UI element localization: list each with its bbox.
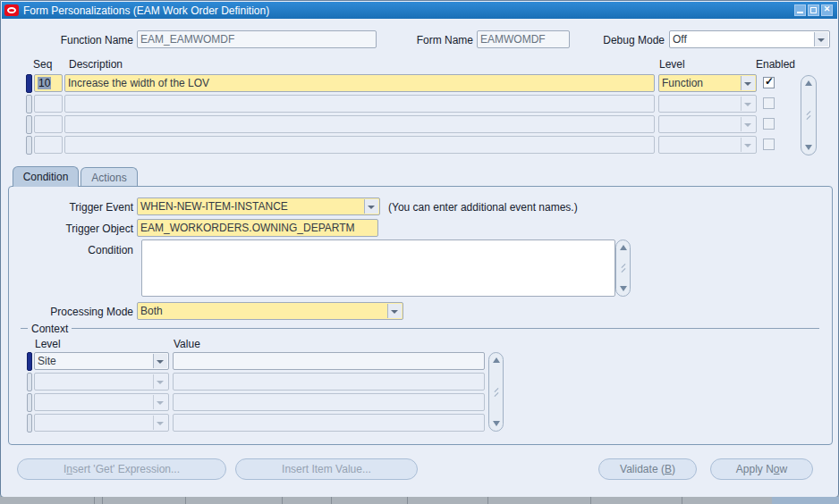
trigger-object-field[interactable]: EAM_WORKORDERS.OWNING_DEPARTM <box>137 219 378 237</box>
trigger-object-label: Trigger Object <box>37 223 133 235</box>
record-selector <box>26 136 32 155</box>
record-selector[interactable] <box>27 352 32 371</box>
record-selector <box>26 115 32 134</box>
scroll-thumb[interactable] <box>805 111 812 120</box>
record-selector <box>26 95 32 113</box>
enabled-checkbox <box>763 118 775 130</box>
context-value-field <box>173 393 485 411</box>
scroll-up-icon[interactable] <box>620 245 627 250</box>
scroll-down-icon[interactable] <box>805 145 812 150</box>
trigger-event-note: (You can enter additional event names.) <box>388 201 578 214</box>
level-column-header: Level <box>659 58 685 71</box>
chevron-down-icon <box>741 117 755 131</box>
window-title: Form Personalizations (EAM Work Order De… <box>23 4 269 17</box>
seq-field <box>34 136 63 154</box>
trigger-event-select[interactable]: WHEN-NEW-ITEM-INSTANCE <box>137 197 380 215</box>
maximize-icon[interactable] <box>808 4 819 16</box>
chevron-down-icon <box>153 416 167 430</box>
scroll-down-icon[interactable] <box>620 286 627 291</box>
debug-mode-select[interactable]: Off <box>669 30 830 48</box>
oracle-logo-icon <box>4 4 19 16</box>
context-level-select <box>34 373 169 391</box>
chevron-down-icon <box>153 374 167 389</box>
minimize-icon[interactable] <box>794 4 806 16</box>
context-frame <box>21 328 819 329</box>
level-select <box>658 136 757 154</box>
chevron-down-icon[interactable] <box>387 304 402 318</box>
chevron-down-icon <box>741 138 755 152</box>
scroll-up-icon[interactable] <box>805 80 812 86</box>
tab-condition[interactable]: Condition <box>13 166 79 187</box>
context-value-field[interactable] <box>173 352 485 370</box>
validate-button[interactable]: Validate (B) <box>598 458 697 480</box>
description-field <box>64 95 655 113</box>
description-field <box>64 115 655 133</box>
level-select <box>658 95 757 113</box>
rules-scrollbar[interactable] <box>801 75 817 155</box>
record-selector <box>27 414 32 433</box>
context-value-field <box>173 373 485 391</box>
context-value-field <box>173 414 485 432</box>
processing-mode-label: Processing Mode <box>17 306 133 318</box>
form-name-field[interactable]: EAMWOMDF <box>477 30 570 48</box>
chevron-down-icon[interactable] <box>153 354 167 368</box>
chevron-down-icon[interactable] <box>814 32 828 46</box>
trigger-event-label: Trigger Event <box>37 201 133 214</box>
scroll-down-icon[interactable] <box>493 421 500 426</box>
apply-now-button[interactable]: Apply Now <box>710 458 813 480</box>
seq-field <box>34 95 63 113</box>
context-frame-label: Context <box>28 323 72 335</box>
enabled-column-header: Enabled <box>756 58 795 71</box>
enabled-checkbox[interactable] <box>763 77 775 88</box>
record-selector <box>27 393 32 412</box>
condition-scrollbar[interactable] <box>615 239 631 297</box>
seq-column-header: Seq <box>33 58 52 71</box>
description-field <box>64 136 655 154</box>
close-icon[interactable] <box>821 4 833 16</box>
level-select[interactable]: Function <box>658 74 757 92</box>
chevron-down-icon[interactable] <box>741 76 755 90</box>
context-level-select <box>34 414 169 432</box>
scroll-thumb[interactable] <box>620 264 627 273</box>
chevron-down-icon <box>153 395 167 409</box>
context-value-header: Value <box>174 338 200 350</box>
seq-field <box>34 115 63 133</box>
scroll-thumb[interactable] <box>493 388 500 397</box>
chevron-down-icon[interactable] <box>364 199 378 214</box>
tab-actions[interactable]: Actions <box>81 167 138 187</box>
chevron-down-icon <box>741 97 755 111</box>
debug-mode-label: Debug Mode <box>595 34 665 46</box>
enabled-checkbox <box>763 139 775 150</box>
enabled-checkbox <box>763 97 775 109</box>
processing-mode-select[interactable]: Both <box>137 302 403 320</box>
function-name-field[interactable]: EAM_EAMWOMDF <box>137 30 377 48</box>
seq-field[interactable]: 10 <box>34 74 63 92</box>
context-level-select <box>34 393 169 411</box>
scroll-up-icon[interactable] <box>493 357 500 363</box>
condition-label: Condition <box>37 244 133 256</box>
condition-textarea[interactable] <box>141 239 615 297</box>
title-bar: Form Personalizations (EAM Work Order De… <box>2 2 837 19</box>
context-level-select[interactable]: Site <box>34 352 169 370</box>
background-window-edge <box>0 497 839 504</box>
context-scrollbar[interactable] <box>488 352 504 432</box>
function-name-label: Function Name <box>37 34 133 46</box>
description-column-header: Description <box>69 58 123 71</box>
insert-item-value-button[interactable]: Insert Item Value... <box>235 458 418 480</box>
context-level-header: Level <box>35 338 61 350</box>
insert-get-expression-button[interactable]: Insert 'Get' Expression... <box>17 458 226 480</box>
description-field[interactable]: Increase the width of the LOV <box>64 74 655 92</box>
record-selector <box>27 373 32 391</box>
level-select <box>658 115 757 133</box>
record-selector[interactable] <box>26 74 32 93</box>
form-name-label: Form Name <box>400 34 473 46</box>
form-personalizations-window: Form Personalizations (EAM Work Order De… <box>0 0 839 498</box>
